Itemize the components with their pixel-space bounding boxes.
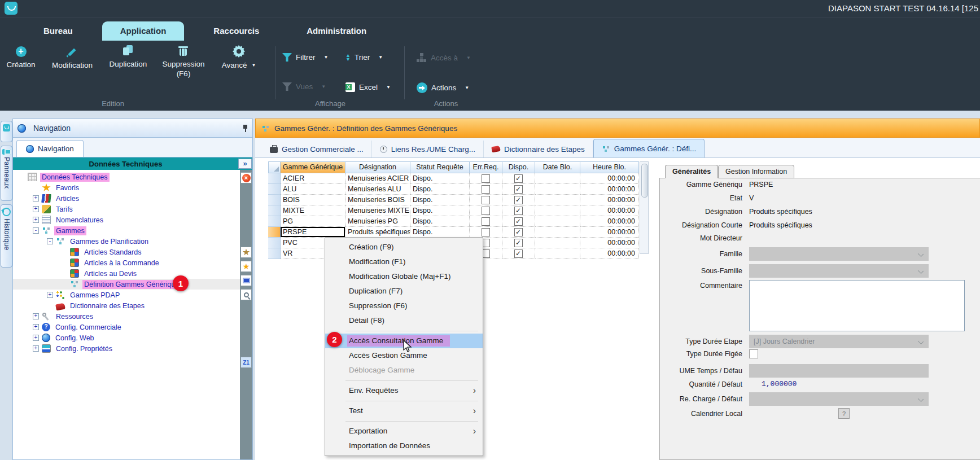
suppression-button[interactable]: Suppression (F6) [156, 45, 211, 78]
expand-icon[interactable]: + [33, 217, 39, 223]
tree-item-donnees-techniques[interactable]: Données Techniques [13, 172, 240, 182]
close-button[interactable]: × [240, 172, 252, 183]
checkbox-unchecked[interactable] [482, 174, 490, 183]
menu-item-env-requetes[interactable]: Env. Requêtes › [325, 383, 483, 398]
checkbox-unchecked[interactable] [482, 217, 490, 226]
menu-item-exportation[interactable]: Exportation › [325, 424, 483, 439]
column-header-dispo[interactable]: Dispo. [502, 161, 535, 173]
ribbon-tab-raccourcis[interactable]: Raccourcis [195, 21, 277, 41]
tree-item-config-commerciale[interactable]: + Config. Commerciale [13, 322, 240, 332]
table-row[interactable]: BOIS Menuiseries BOIS Dispo. 00:00:00 [268, 195, 639, 205]
checkbox-checked[interactable] [514, 217, 523, 226]
expand-icon[interactable]: + [33, 324, 39, 330]
column-header-err-req[interactable]: Err.Req. [470, 161, 502, 173]
avance-button[interactable]: Avancé▼ [215, 45, 263, 69]
checkbox-checked[interactable] [514, 228, 523, 236]
table-row[interactable]: PG Menuiseries PG Dispo. 00:00:00 [268, 216, 639, 227]
trier-button[interactable]: ▲▼ Trier ▼ [345, 53, 383, 62]
table-row[interactable]: ACIER Menuiseries ACIER Dispo. 00:00:00 [268, 173, 639, 184]
expand-icon[interactable]: + [33, 206, 39, 212]
tab-generalites[interactable]: Généralités [665, 165, 718, 178]
modification-button[interactable]: Modification [43, 46, 102, 69]
expand-icon[interactable]: + [33, 195, 39, 201]
actions-button[interactable]: Actions ▼ [417, 82, 469, 93]
column-header-statut-requete[interactable]: Statut Requête [410, 161, 470, 173]
doc-tab-liens-res-ume[interactable]: Liens Res./UME Charg... [372, 141, 484, 157]
rail-tab-logo[interactable] [1, 121, 12, 142]
menu-item-detail[interactable]: Détail (F8) [325, 313, 483, 328]
column-header-gamme-generique[interactable]: Gamme Générique [281, 161, 345, 173]
rail-tab-historique[interactable]: Historique [1, 204, 12, 268]
collapse-panel-button[interactable]: » [238, 159, 252, 169]
help-button[interactable]: ? [838, 408, 850, 419]
expand-icon[interactable]: + [33, 335, 39, 341]
tree-item-dictionnaire-des-etapes[interactable]: Dictionnaire des Etapes [13, 300, 240, 311]
tree-item-nomenclatures[interactable]: + Nomenclatures [13, 214, 240, 225]
screen-button[interactable] [240, 275, 252, 286]
type-duree-figee-checkbox[interactable] [749, 349, 758, 358]
collapse-icon[interactable]: - [47, 238, 53, 244]
sous-famille-select[interactable] [749, 264, 929, 278]
rail-tab-panneaux[interactable]: Panneaux [1, 146, 12, 201]
pin-icon[interactable] [243, 125, 248, 132]
zoom-button[interactable]: Z1 [240, 357, 252, 368]
tree-item-config-web[interactable]: + Config. Web [13, 332, 240, 343]
menu-item-test[interactable]: Test › [325, 404, 483, 418]
tree-item-tarifs[interactable]: + Tarifs [13, 204, 240, 214]
checkbox-checked[interactable] [514, 185, 523, 194]
menu-item-duplication[interactable]: Duplication (F7) [325, 284, 483, 299]
tree-item-definition-gammes-generiques[interactable]: Définition Gammes Génériques [13, 279, 240, 290]
table-row[interactable]: ALU Menuiseries ALU Dispo. 00:00:00 [268, 184, 639, 195]
search-button[interactable] [240, 289, 252, 300]
tab-gestion-information[interactable]: Gestion Information [718, 165, 794, 178]
menu-item-creation[interactable]: Création (F9) [325, 240, 483, 255]
checkbox-checked[interactable] [514, 174, 523, 183]
expand-icon[interactable]: + [33, 313, 39, 319]
column-header-heure-blo[interactable]: Heure Blo. [580, 161, 639, 173]
ribbon-tab-administration[interactable]: Administration [288, 21, 384, 41]
checkbox-checked[interactable] [514, 249, 523, 258]
table-scrollbar[interactable] [640, 161, 649, 254]
tree-item-config-proprietes[interactable]: + Config. Propriétés [13, 343, 240, 354]
tree-item-articles[interactable]: + Articles [13, 193, 240, 204]
expand-icon[interactable]: + [33, 345, 39, 352]
commentaire-textarea[interactable] [749, 280, 965, 331]
checkbox-checked[interactable] [514, 196, 523, 204]
favorites-button[interactable]: ★ [240, 261, 252, 272]
expand-icon[interactable]: + [47, 292, 53, 298]
ribbon-tab-bureau[interactable]: Bureau [25, 21, 91, 41]
settings-button[interactable] [240, 247, 252, 258]
checkbox-unchecked[interactable] [482, 207, 490, 215]
scrollbar-thumb[interactable] [641, 164, 648, 198]
duplication-button[interactable]: Duplication [104, 45, 152, 68]
re-charge-select[interactable] [749, 392, 929, 406]
column-header-date-blo[interactable]: Date Blo. [535, 161, 580, 173]
column-header-designation[interactable]: Désignation [345, 161, 410, 173]
menu-item-suppression[interactable]: Suppression (F6) [325, 299, 483, 313]
ribbon-tab-application[interactable]: Application [102, 21, 185, 41]
checkbox-unchecked[interactable] [482, 228, 490, 236]
filtrer-button[interactable]: Filtrer ▼ [282, 53, 328, 62]
checkbox-unchecked[interactable] [482, 185, 490, 194]
tree-item-ressources[interactable]: + Ressources [13, 311, 240, 322]
excel-button[interactable]: Excel ▼ [345, 82, 391, 92]
doc-tab-gestion-commerciale[interactable]: Gestion Commerciale ... [262, 141, 372, 157]
checkbox-checked[interactable] [514, 239, 523, 247]
menu-item-modification[interactable]: Modification (F1) [325, 255, 483, 269]
checkbox-unchecked[interactable] [482, 196, 490, 204]
tree-item-favoris[interactable]: Favoris [13, 182, 240, 193]
navigation-tab[interactable]: Navigation [16, 140, 84, 157]
tree-item-gammes[interactable]: - Gammes [13, 225, 240, 236]
creation-button[interactable]: Création [2, 46, 40, 69]
tree-item-gammes-de-planification[interactable]: - Gammes de Planification [13, 236, 240, 247]
tree-item-articles-a-la-commande[interactable]: Articles à la Commande [13, 257, 240, 268]
tree-item-articles-standards[interactable]: Articles Standards [13, 247, 240, 257]
doc-tab-dictionnaire-des-etapes[interactable]: Dictionnaire des Etapes [484, 141, 593, 157]
famille-select[interactable] [749, 247, 929, 261]
collapse-icon[interactable]: - [33, 227, 39, 234]
tree-item-gammes-pdap[interactable]: + Gammes PDAP [13, 290, 240, 300]
table-row[interactable]: MIXTE Menuiseries MIXTE Dispo. 00:00:00 [268, 205, 639, 216]
row-selector-header[interactable] [268, 161, 281, 173]
checkbox-checked[interactable] [514, 207, 523, 215]
table-row-selected[interactable]: PRSPE Produits spécifiques Dispo. 00:00:… [268, 227, 639, 238]
